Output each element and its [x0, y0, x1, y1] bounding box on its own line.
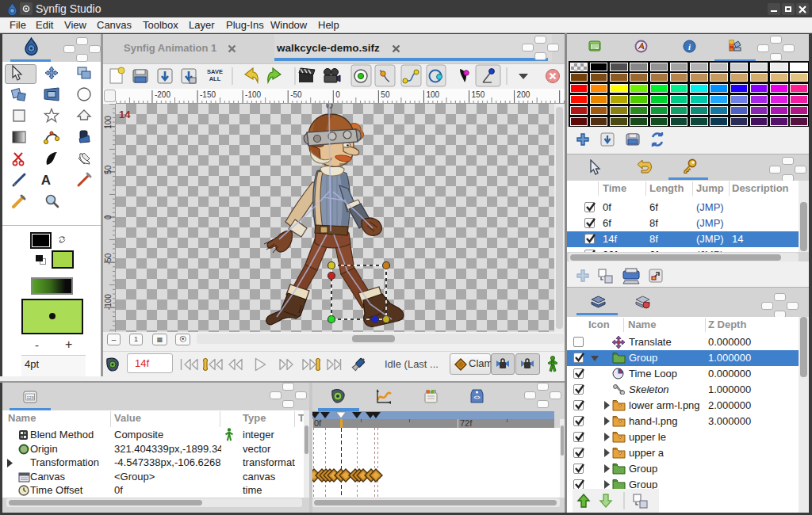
svg-text:123: 123	[26, 395, 33, 400]
svg-text:100: 100	[426, 90, 439, 99]
svg-text:200: 200	[517, 90, 530, 99]
svg-text:0: 0	[104, 215, 113, 219]
svg-text:50: 50	[104, 165, 113, 174]
svg-text:100: 100	[104, 116, 113, 129]
svg-text:-50: -50	[290, 90, 302, 99]
svg-text:150: 150	[472, 90, 485, 99]
svg-text:A: A	[41, 173, 51, 188]
svg-text:ALL: ALL	[209, 75, 221, 82]
svg-text:-100: -100	[104, 294, 113, 310]
svg-text:-100: -100	[245, 90, 261, 99]
svg-text:-150: -150	[200, 90, 216, 99]
svg-text:-200: -200	[155, 90, 170, 99]
svg-text:50: 50	[381, 90, 390, 99]
svg-text:-50: -50	[104, 253, 113, 265]
svg-text:14: 14	[119, 109, 131, 120]
svg-text:SAVE: SAVE	[207, 68, 223, 75]
svg-text:0: 0	[335, 90, 340, 99]
svg-text:<>: <>	[473, 395, 480, 400]
